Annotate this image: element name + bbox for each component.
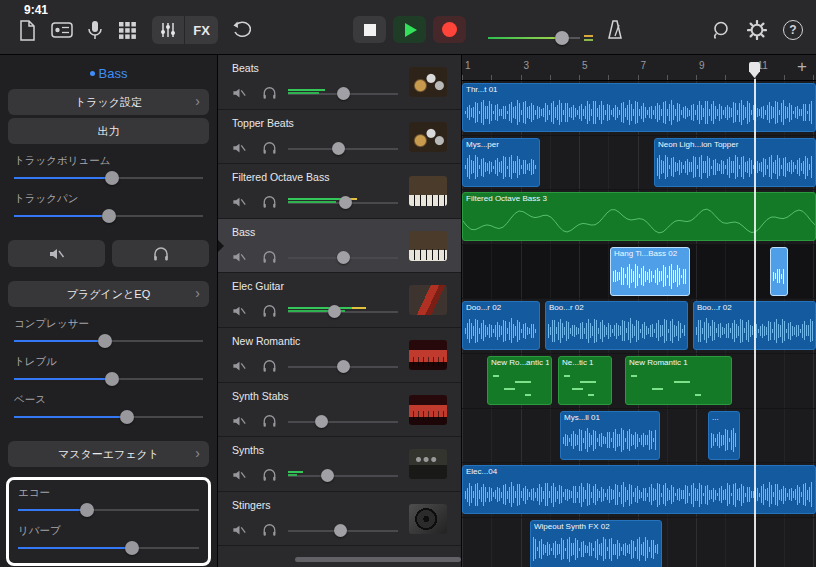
track-row[interactable]: Topper Beats <box>218 110 461 165</box>
headphones-icon[interactable] <box>260 521 278 539</box>
bass-eq-slider[interactable] <box>14 409 203 425</box>
region[interactable]: Filtered Octave Bass 3 <box>462 192 816 241</box>
region[interactable]: Hang Ti...Bass 02 <box>610 247 690 296</box>
region-label: Thr...t 01 <box>466 85 813 94</box>
track-name: Beats <box>232 62 259 74</box>
mixer-sliders-icon[interactable] <box>152 16 185 44</box>
track-pan-slider[interactable] <box>14 208 203 224</box>
output-header[interactable]: 出力 <box>8 118 209 144</box>
track-volume-slider[interactable] <box>288 475 398 477</box>
mute-button[interactable] <box>8 240 105 267</box>
mute-icon[interactable] <box>230 521 248 539</box>
master-effects-button[interactable]: マスターエフェクト › <box>8 441 209 467</box>
compressor-slider[interactable] <box>14 333 203 349</box>
mute-icon[interactable] <box>230 466 248 484</box>
stop-button[interactable] <box>353 16 386 43</box>
headphones-icon[interactable] <box>260 357 278 375</box>
echo-slider[interactable] <box>18 502 199 518</box>
region[interactable]: New Ro...antic 1 <box>487 356 552 405</box>
headphones-icon[interactable] <box>260 193 278 211</box>
metronome-icon[interactable] <box>600 16 630 44</box>
track-row[interactable]: Filtered Octave Bass <box>218 164 461 219</box>
add-track-plus-icon[interactable]: + <box>792 56 812 78</box>
track-volume-slider[interactable] <box>288 148 398 150</box>
master-volume-slider[interactable] <box>488 30 580 46</box>
play-button[interactable] <box>393 16 426 43</box>
track-volume-slider[interactable] <box>14 170 203 186</box>
plugins-eq-button[interactable]: プラグインとEQ › <box>8 281 209 307</box>
mute-icon[interactable] <box>230 84 248 102</box>
track-name: Filtered Octave Bass <box>232 171 329 183</box>
track-row[interactable]: Bass <box>218 219 461 274</box>
track-volume-slider[interactable] <box>288 93 398 95</box>
region[interactable] <box>770 247 788 296</box>
headphones-icon[interactable] <box>260 248 278 266</box>
treble-slider[interactable] <box>14 371 203 387</box>
region[interactable]: ... <box>708 411 740 460</box>
record-button[interactable] <box>433 16 466 43</box>
ruler[interactable]: + 1357911 <box>462 55 816 81</box>
track-volume-slider[interactable] <box>288 311 398 313</box>
track-row[interactable]: New Romantic <box>218 328 461 383</box>
headphones-icon[interactable] <box>260 84 278 102</box>
headphones-icon[interactable] <box>260 139 278 157</box>
timeline-row[interactable]: Doo...r 02Boo...r 02Boo...r 02 <box>462 299 816 354</box>
mute-icon[interactable] <box>230 193 248 211</box>
horizontal-scrollbar[interactable] <box>295 557 461 562</box>
track-volume-slider[interactable] <box>288 421 398 423</box>
region[interactable]: Boo...r 02 <box>545 301 688 350</box>
region[interactable]: Thr...t 01 <box>462 83 816 132</box>
timeline-row[interactable]: Mys...perNeon Ligh...ion Topper <box>462 136 816 191</box>
settings-gear-icon[interactable] <box>742 16 772 44</box>
mute-icon[interactable] <box>230 302 248 320</box>
region[interactable]: Wipeout Synth FX 02 <box>530 520 662 567</box>
region-label: Hang Ti...Bass 02 <box>614 249 687 258</box>
mute-icon[interactable] <box>230 139 248 157</box>
document-icon[interactable] <box>12 16 42 44</box>
track-row[interactable]: Synth Stabs <box>218 383 461 438</box>
region[interactable]: Mys...ll 01 <box>560 411 660 460</box>
headphones-icon[interactable] <box>260 466 278 484</box>
region[interactable]: Elec...04 <box>462 465 816 514</box>
timeline-row[interactable]: Elec...04 <box>462 463 816 518</box>
grid-icon[interactable] <box>112 16 142 44</box>
region[interactable]: New Romantic 1 <box>625 356 732 405</box>
track-volume-slider[interactable] <box>288 366 398 368</box>
track-volume-slider[interactable] <box>288 257 398 259</box>
track-volume-slider[interactable] <box>288 530 398 532</box>
fx-button[interactable]: FX <box>185 16 218 44</box>
timeline-row[interactable]: Mys...ll 01... <box>462 409 816 464</box>
region[interactable]: Doo...r 02 <box>462 301 540 350</box>
timeline-row[interactable]: Thr...t 01 <box>462 81 816 136</box>
mute-icon[interactable] <box>230 357 248 375</box>
loop-browser-icon[interactable] <box>706 16 736 44</box>
track-row[interactable]: Beats <box>218 55 461 110</box>
region[interactable]: Mys...per <box>462 138 540 187</box>
track-dot-icon <box>90 71 95 76</box>
mic-icon[interactable] <box>80 16 110 44</box>
transport-controls <box>353 16 466 43</box>
region[interactable]: Neon Ligh...ion Topper <box>654 138 816 187</box>
headphones-icon[interactable] <box>260 412 278 430</box>
track-controls-icon[interactable] <box>47 16 77 44</box>
track-volume-slider[interactable] <box>288 202 398 204</box>
track-row[interactable]: Stingers <box>218 492 461 547</box>
timeline-row[interactable]: Hang Ti...Bass 02 <box>462 245 816 300</box>
timeline-row[interactable]: Filtered Octave Bass 3 <box>462 190 816 245</box>
headphones-icon[interactable] <box>260 302 278 320</box>
track-settings-button[interactable]: トラック設定 › <box>8 89 209 115</box>
reverb-slider[interactable] <box>18 540 199 556</box>
region[interactable]: Ne...tic 1 <box>558 356 612 405</box>
playhead-line[interactable] <box>754 79 756 567</box>
timeline-rows: Thr...t 01Mys...perNeon Ligh...ion Toppe… <box>462 81 816 567</box>
help-icon[interactable]: ? <box>778 16 808 44</box>
undo-icon[interactable] <box>226 16 256 44</box>
track-row[interactable]: Synths <box>218 437 461 492</box>
monitor-headphones-button[interactable] <box>112 240 209 267</box>
mute-icon[interactable] <box>230 248 248 266</box>
track-row[interactable]: Elec Guitar <box>218 273 461 328</box>
mute-icon[interactable] <box>230 412 248 430</box>
timeline-row[interactable]: New Ro...antic 1Ne...tic 1New Romantic 1 <box>462 354 816 409</box>
timeline-row[interactable]: Wipeout Synth FX 02 <box>462 518 816 567</box>
chevron-right-icon: › <box>195 285 200 301</box>
